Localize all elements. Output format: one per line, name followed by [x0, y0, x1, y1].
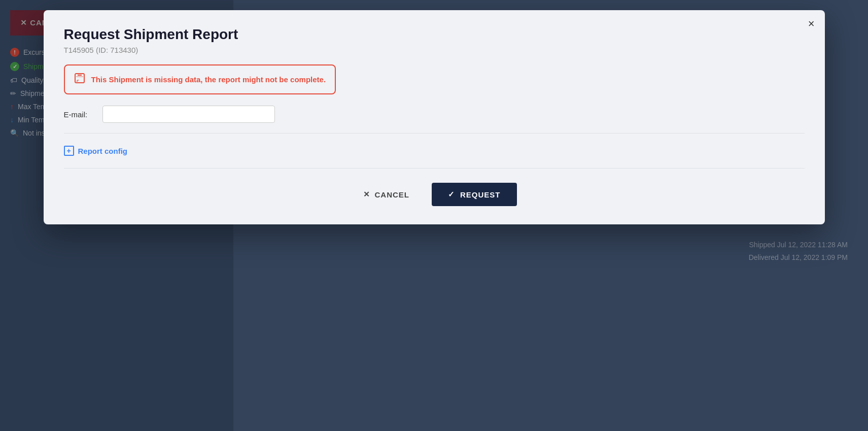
cancel-label: CANCEL	[374, 190, 409, 199]
modal-actions: ✕ CANCEL ✓ REQUEST	[64, 183, 805, 206]
report-config-button[interactable]: + Report config	[64, 146, 128, 156]
report-config-row: + Report config	[64, 142, 805, 160]
email-input[interactable]	[102, 106, 275, 123]
cancel-button[interactable]: ✕ CANCEL	[351, 184, 422, 205]
request-label: REQUEST	[460, 190, 501, 199]
warning-banner: This Shipment is missing data, the repor…	[64, 64, 336, 94]
modal-overlay: × Request Shipment Report T145905 (ID: 7…	[0, 0, 868, 431]
report-config-label: Report config	[78, 147, 128, 155]
request-button[interactable]: ✓ REQUEST	[432, 183, 517, 206]
modal-title: Request Shipment Report	[64, 26, 805, 43]
email-label: E-mail:	[64, 110, 94, 119]
plus-icon: +	[64, 146, 74, 156]
check-icon: ✓	[448, 190, 455, 199]
warning-icon	[74, 73, 85, 86]
warning-text: This Shipment is missing data, the repor…	[91, 75, 326, 84]
divider-2	[64, 168, 805, 169]
modal-subtitle: T145905 (ID: 713430)	[64, 46, 805, 54]
modal-close-button[interactable]: ×	[808, 18, 815, 29]
modal-dialog: × Request Shipment Report T145905 (ID: 7…	[44, 10, 825, 224]
email-row: E-mail:	[64, 106, 805, 123]
cancel-x-icon: ✕	[363, 190, 370, 199]
divider-1	[64, 133, 805, 134]
